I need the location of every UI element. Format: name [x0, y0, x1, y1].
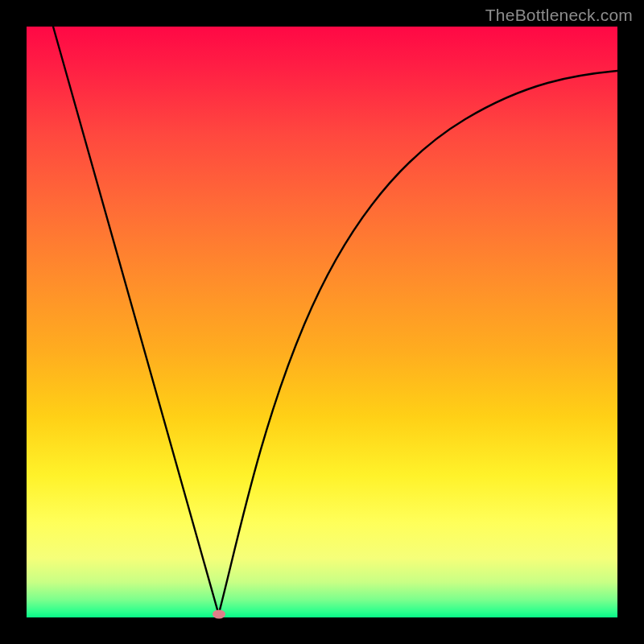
minimum-marker: [213, 610, 225, 619]
bottleneck-curve: [27, 27, 617, 617]
curve-left-branch: [53, 27, 219, 614]
watermark-label: TheBottleneck.com: [485, 6, 633, 25]
plot-area: [27, 27, 617, 617]
chart-frame: TheBottleneck.com: [0, 0, 644, 644]
curve-right-branch: [219, 71, 617, 614]
